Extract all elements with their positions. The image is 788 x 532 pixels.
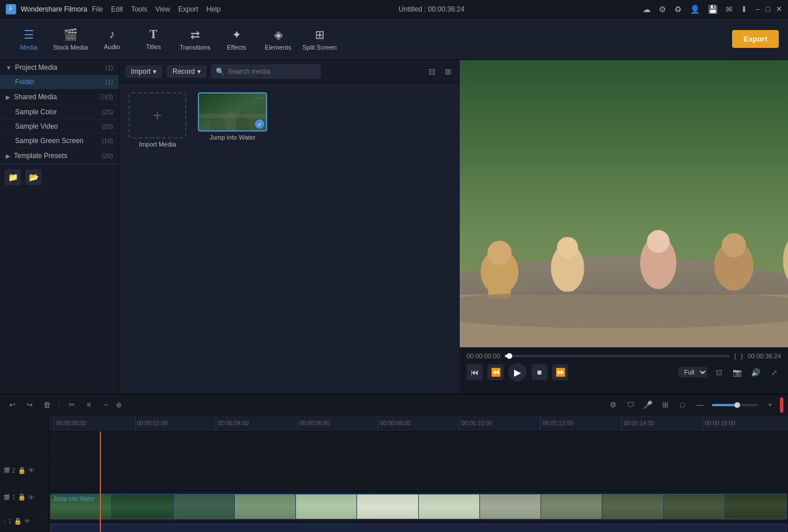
zoom-track[interactable]	[712, 404, 758, 406]
track-top-row	[49, 432, 788, 462]
media-item-jump-into-water[interactable]: ⋯ ✓ Jump into Water	[198, 92, 267, 141]
play-button[interactable]: ▶	[508, 363, 527, 381]
new-folder-button[interactable]: 📁	[5, 169, 21, 185]
video-clip-jump-into-water[interactable]: Jump into Water	[50, 494, 787, 519]
menu-export[interactable]: Export	[178, 5, 198, 13]
toolbar-splitscreen[interactable]: ⊞ Split Screen	[300, 21, 339, 57]
tl-settings-icon[interactable]: ⚙	[606, 398, 621, 413]
toolbar-transitions[interactable]: ⇄ Transitions	[175, 21, 215, 57]
import-button[interactable]: Import ▾	[125, 65, 162, 78]
menu-tools[interactable]: Tools	[131, 5, 147, 13]
menu-view[interactable]: View	[155, 5, 170, 13]
media-thumb: ⋯ ✓	[198, 92, 267, 132]
track-2-lock[interactable]: 🔒	[18, 467, 26, 474]
filter-icon[interactable]: ⊟	[426, 65, 438, 78]
svg-point-19	[722, 233, 746, 257]
sidebar-item-sample-green[interactable]: Sample Green Screen (10)	[0, 134, 119, 148]
toolbar-effects[interactable]: ✦ Effects	[217, 21, 256, 57]
export-button[interactable]: Export	[732, 30, 779, 48]
menu-file[interactable]: File	[92, 5, 103, 13]
zoom-thumb[interactable]	[734, 402, 740, 408]
transitions-icon: ⇄	[190, 28, 200, 42]
menu-help[interactable]: Help	[207, 5, 221, 13]
toolbar-stock[interactable]: 🎬 Stock Media	[51, 21, 90, 57]
preview-layout-icon[interactable]: ⊡	[712, 365, 726, 379]
sidebar-item-sample-video[interactable]: Sample Video (20)	[0, 119, 119, 133]
import-media-button[interactable]: +	[129, 92, 186, 138]
snapshot-icon[interactable]: 📷	[730, 365, 744, 379]
message-icon[interactable]: ✉	[726, 5, 733, 14]
preview-progress-bar[interactable]	[505, 355, 729, 357]
tl-mic-icon[interactable]: 🎤	[640, 398, 655, 413]
tracks-labels: 🎬 2 🔒 👁 🎬 1 🔒 👁 ♪ 1 🔒 👁	[0, 415, 49, 532]
media-toolbar: Import ▾ Record ▾ 🔍 ⊟ ⊞	[119, 60, 460, 83]
sync-icon[interactable]: ♻	[674, 5, 682, 14]
main-toolbar: ☰ Media 🎬 Stock Media ♪ Audio T Titles ⇄…	[0, 18, 788, 60]
tl-plus-icon[interactable]: +	[763, 398, 778, 413]
close-button[interactable]: ✕	[776, 5, 782, 14]
delete-button[interactable]: 🗑	[39, 398, 54, 413]
app-logo: F	[6, 4, 16, 14]
audio-eye[interactable]: 👁	[24, 518, 31, 524]
clip-seg-2	[112, 494, 173, 519]
timeline: 🎬 2 🔒 👁 🎬 1 🔒 👁 ♪ 1 🔒 👁 00:00:00:00	[0, 415, 788, 532]
track-1-eye[interactable]: 👁	[28, 494, 35, 501]
audio-adjust-button[interactable]: ~	[99, 398, 114, 413]
audio-lock[interactable]: 🔒	[14, 518, 22, 525]
audio-clip[interactable]	[50, 524, 787, 532]
redo-button[interactable]: ↪	[22, 398, 37, 413]
toolbar-audio[interactable]: ♪ Audio	[92, 21, 132, 57]
track-2-num: 2	[12, 467, 16, 474]
audio-icon: ♪	[109, 28, 115, 41]
track-2-eye[interactable]: 👁	[28, 467, 35, 474]
timeline-section: ↩ ↪ 🗑 ✂ ≡ ~ ⊕ ⚙ 🛡 🎤 ⊞ □ — +	[0, 394, 788, 532]
track-label-1: 🎬 1 🔒 👁	[0, 484, 48, 511]
playhead[interactable]	[100, 432, 101, 532]
quality-select[interactable]: Full	[678, 367, 707, 377]
prev-frame-button[interactable]: ⏮	[467, 364, 483, 380]
search-input[interactable]	[211, 65, 321, 78]
minimize-button[interactable]: –	[756, 5, 760, 14]
record-button[interactable]: Record ▾	[167, 65, 207, 78]
volume-icon[interactable]: 🔊	[749, 365, 763, 379]
tl-layout-icon[interactable]: ⊞	[658, 398, 673, 413]
cut-button[interactable]: ✂	[64, 398, 79, 413]
save-icon[interactable]: 💾	[708, 5, 718, 14]
sidebar-count-sample-video: (20)	[102, 123, 113, 130]
sidebar-item-project-media[interactable]: ▼ Project Media (1)	[0, 60, 119, 75]
import-folder-button[interactable]: 📂	[25, 169, 42, 185]
preview-panel: 00:00:00:00 { } 00:00:36:24 ⏮ ⏪ ▶ ■ ⏩ Fu…	[460, 60, 788, 394]
prev-fast-button[interactable]: ⏪	[487, 364, 504, 380]
menu-edit[interactable]: Edit	[111, 5, 123, 13]
add-icon: ⊕	[116, 401, 122, 409]
sidebar-item-template-presets[interactable]: ▶ Template Presets (20)	[0, 148, 119, 163]
sidebar-item-sample-color[interactable]: Sample Color (25)	[0, 105, 119, 119]
toolbar-media[interactable]: ☰ Media	[9, 21, 48, 57]
cloud-icon[interactable]: ☁	[643, 5, 651, 14]
undo-button[interactable]: ↩	[5, 398, 20, 413]
tl-clip-icon[interactable]: □	[675, 398, 690, 413]
sidebar-item-shared-media[interactable]: ▶ Shared Media ⓘ (0)	[0, 89, 119, 104]
sidebar-sample-green-section: Sample Green Screen (10)	[0, 134, 119, 148]
toolbar-titles[interactable]: T Titles	[134, 21, 173, 57]
settings-icon[interactable]: ⚙	[659, 5, 666, 14]
next-fast-button[interactable]: ⏩	[552, 364, 568, 380]
toolbar-elements[interactable]: ◈ Elements	[258, 21, 298, 57]
sidebar-sample-color-section: Sample Color (25)	[0, 105, 119, 119]
clip-seg-5	[296, 494, 357, 519]
view-toggle-icon[interactable]: ⊞	[442, 65, 454, 78]
sidebar-label-shared-media: Shared Media	[14, 93, 97, 101]
maximize-button[interactable]: □	[766, 5, 770, 14]
add-clip-button[interactable]: ⊕	[116, 401, 127, 409]
stop-button[interactable]: ■	[531, 364, 547, 380]
download-icon[interactable]: ⬇	[741, 5, 748, 14]
track-1-lock[interactable]: 🔒	[18, 493, 26, 501]
sidebar-count-template-presets: (20)	[102, 152, 113, 159]
user-icon[interactable]: 👤	[690, 5, 700, 14]
tl-shield-icon[interactable]: 🛡	[623, 398, 638, 413]
sidebar-item-folder[interactable]: Folder (1)	[0, 75, 119, 89]
tl-minus-icon[interactable]: —	[692, 398, 707, 413]
adjust-button[interactable]: ≡	[81, 398, 96, 413]
fullscreen-icon[interactable]: ⤢	[767, 365, 781, 379]
media-item-label: Jump into Water	[209, 134, 256, 141]
